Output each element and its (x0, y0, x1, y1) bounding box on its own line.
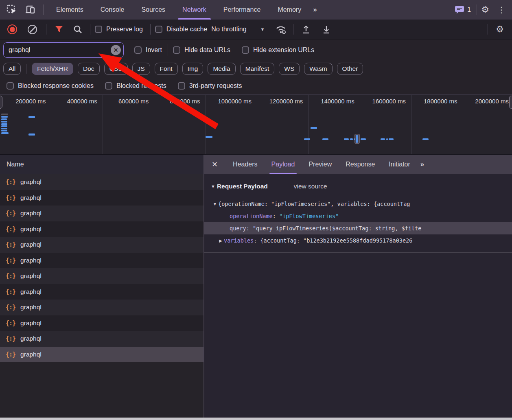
table-row[interactable]: {:}graphql (0, 237, 203, 253)
chip-img[interactable]: Img (182, 63, 203, 75)
table-row[interactable]: {:}graphql (0, 300, 203, 315)
detail-tab-preview[interactable]: Preview (302, 155, 339, 174)
table-row[interactable]: {:}graphql (0, 331, 203, 347)
payload-tree-line[interactable]: ▶variables: {accountTag: "b12e3b2192ee55… (204, 234, 512, 247)
table-row[interactable]: {:}graphql (0, 253, 203, 269)
table-row[interactable]: {:}graphql (0, 347, 203, 363)
record-network-log-button[interactable] (7, 24, 17, 34)
chevron-down-icon: ▼ (260, 27, 265, 32)
waterfall-bar (354, 138, 355, 140)
request-name: graphql (20, 257, 42, 264)
request-name: graphql (20, 194, 42, 201)
blocked-requests-checkbox[interactable]: Blocked requests (105, 82, 166, 90)
collapse-triangle-icon[interactable]: ▼ (211, 184, 215, 189)
json-request-icon: {:} (6, 304, 15, 311)
filter-input[interactable]: graphql ✕ (3, 42, 124, 58)
json-text: : (273, 213, 279, 219)
payload-tree-line[interactable]: query: "query ipFlowTimeseries($accountT… (204, 222, 512, 234)
tab-performance[interactable]: Performance (215, 0, 269, 20)
invert-checkbox[interactable]: Invert (134, 46, 162, 54)
table-row[interactable]: {:}graphql (0, 174, 203, 190)
3rd-party-requests-checkbox[interactable]: 3rd-party requests (178, 82, 242, 90)
tab-memory[interactable]: Memory (269, 0, 310, 20)
blocked-response-cookies-checkbox[interactable]: Blocked response cookies (7, 82, 94, 90)
messages-badge[interactable]: 1 (455, 5, 471, 14)
checkbox-label: 3rd-party requests (189, 82, 242, 90)
tab-sources[interactable]: Sources (133, 0, 174, 20)
export-har-icon[interactable] (301, 24, 311, 34)
network-conditions-icon[interactable] (275, 24, 287, 35)
timeline-left-handle[interactable] (0, 96, 2, 109)
disable-cache-label: Disable cache (166, 26, 208, 33)
waterfall-bar (356, 135, 358, 143)
waterfall-bar (1, 123, 7, 125)
hide-extension-urls-checkbox[interactable]: Hide extension URLs (242, 46, 314, 54)
chip-media[interactable]: Media (208, 63, 235, 75)
checkbox (178, 82, 185, 90)
detail-tab-initiator[interactable]: Initiator (382, 155, 417, 174)
table-row[interactable]: {:}graphql (0, 190, 203, 206)
table-row[interactable]: {:}graphql (0, 284, 203, 300)
preserve-log-checkbox[interactable]: Preserve log (95, 26, 143, 33)
kebab-menu-icon[interactable]: ⋮ (497, 6, 505, 14)
chip-fetch-xhr[interactable]: Fetch/XHR (32, 63, 73, 75)
timeline-tick: 600000 ms (103, 95, 154, 154)
detail-tab-response[interactable]: Response (339, 155, 382, 174)
disable-cache-checkbox[interactable]: Disable cache (155, 26, 208, 33)
more-tabs-icon[interactable]: » (313, 6, 316, 14)
resource-type-chips: AllFetch/XHRDocCSSJSFontImgMediaManifest… (0, 60, 512, 77)
chip-other[interactable]: Other (337, 63, 363, 75)
clear-network-log-button[interactable] (28, 25, 37, 34)
json-string-value: "ipFlowTimeseries" (279, 213, 339, 219)
divider (26, 64, 26, 74)
payload-tree-line[interactable]: operationName: "ipFlowTimeseries" (204, 210, 512, 222)
collapsed-triangle-icon[interactable]: ▶ (217, 238, 224, 243)
name-column-header[interactable]: Name (0, 155, 203, 174)
checkbox (7, 82, 14, 90)
search-icon[interactable] (73, 24, 83, 34)
chip-wasm[interactable]: Wasm (304, 63, 332, 75)
import-har-icon[interactable] (322, 24, 331, 34)
detail-tab-payload[interactable]: Payload (265, 155, 302, 174)
tab-console[interactable]: Console (92, 0, 133, 20)
tab-elements[interactable]: Elements (48, 0, 92, 20)
chip-manifest[interactable]: Manifest (240, 63, 275, 75)
expanded-triangle-icon[interactable]: ▼ (212, 202, 218, 206)
settings-gear-icon[interactable]: ⚙ (481, 5, 489, 14)
chip-font[interactable]: Font (155, 63, 178, 75)
json-key: operationName (230, 213, 273, 219)
message-bubble-icon (455, 5, 464, 14)
timeline-tick: 1000000 ms (206, 95, 257, 154)
chip-js[interactable]: JS (132, 63, 150, 75)
chip-all[interactable]: All (3, 63, 21, 75)
filter-funnel-icon[interactable] (54, 24, 64, 34)
timeline-right-handle[interactable] (509, 96, 512, 109)
payload-tree-line[interactable]: ▼{operationName: "ipFlowTimeseries", var… (204, 198, 512, 210)
network-toolbar: Preserve log Disable cache No throttling… (0, 20, 512, 39)
timeline-tick: 200000 ms (0, 95, 51, 154)
network-settings-gear-icon[interactable]: ⚙ (496, 25, 504, 34)
more-detail-tabs-icon[interactable]: » (420, 160, 423, 168)
checkbox (105, 82, 112, 90)
waterfall-bar (361, 138, 366, 140)
close-icon[interactable]: ✕ (212, 160, 218, 169)
table-row[interactable]: {:}graphql (0, 268, 203, 284)
throttling-dropdown[interactable]: No throttling ▼ (211, 26, 265, 33)
chip-doc[interactable]: Doc (78, 63, 100, 75)
json-request-icon: {:} (6, 335, 15, 342)
tab-network[interactable]: Network (174, 0, 215, 20)
chip-ws[interactable]: WS (279, 63, 300, 75)
view-source-link[interactable]: view source (294, 183, 327, 190)
chip-css[interactable]: CSS (104, 63, 128, 75)
network-overview-timeline[interactable]: 200000 ms400000 ms600000 ms800000 ms1000… (0, 94, 512, 155)
detail-tab-headers[interactable]: Headers (226, 155, 264, 174)
waterfall-bar (350, 138, 353, 140)
hide-data-urls-checkbox[interactable]: Hide data URLs (173, 46, 230, 54)
toggle-device-toolbar-icon[interactable] (24, 3, 37, 17)
request-name: graphql (20, 288, 42, 295)
inspect-element-icon[interactable] (5, 3, 19, 17)
table-row[interactable]: {:}graphql (0, 206, 203, 221)
table-row[interactable]: {:}graphql (0, 315, 203, 331)
clear-filter-icon[interactable]: ✕ (111, 45, 121, 55)
table-row[interactable]: {:}graphql (0, 221, 203, 237)
